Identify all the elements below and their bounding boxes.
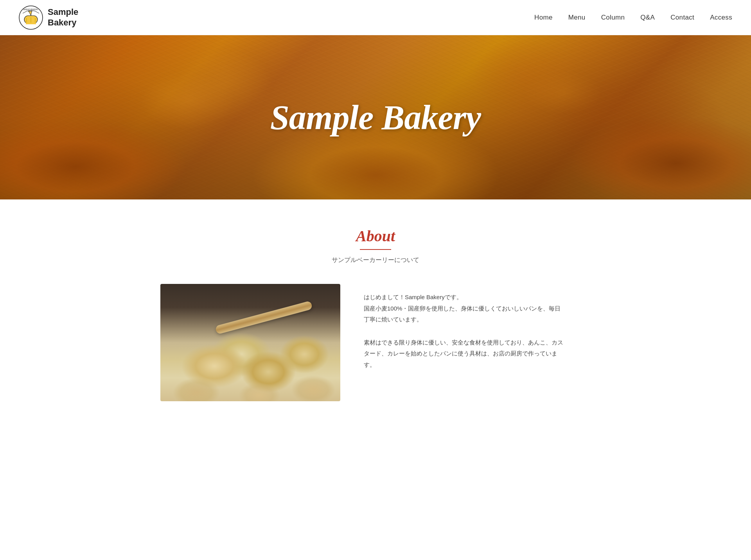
about-section: About サンプルベーカーリーについて はじめまして！Sample Baker… <box>0 199 751 433</box>
about-heading-underline <box>360 249 391 250</box>
logo-line1: Sample <box>48 7 78 17</box>
about-content: はじめまして！Sample Bakeryです。国産小麦100%・国産卵を使用した… <box>160 284 591 401</box>
svg-text:BREAD BAKERY: BREAD BAKERY <box>23 8 39 11</box>
about-image-container <box>160 284 340 401</box>
nav-home[interactable]: Home <box>534 14 553 22</box>
logo-icon: BREAD BAKERY <box>19 5 43 30</box>
about-subtitle: サンプルベーカーリーについて <box>332 256 419 264</box>
site-header: BREAD BAKERY Sample Bakery Home Menu Col… <box>0 0 751 35</box>
about-paragraph-1: はじめまして！Sample Bakeryです。国産小麦100%・国産卵を使用した… <box>364 292 591 325</box>
nav-qa[interactable]: Q&A <box>640 14 655 22</box>
nav-access[interactable]: Access <box>710 14 732 22</box>
main-nav: Home Menu Column Q&A Contact Access <box>534 14 732 22</box>
about-paragraph-2: 素材はできる限り身体に優しい、安全な食材を使用しており、あんこ、カスタード、カレ… <box>364 337 591 371</box>
nav-contact[interactable]: Contact <box>670 14 694 22</box>
nav-menu[interactable]: Menu <box>568 14 586 22</box>
logo-link[interactable]: BREAD BAKERY Sample Bakery <box>19 5 78 30</box>
hero-section: Sample Bakery <box>0 35 751 199</box>
about-heading: About <box>356 227 395 245</box>
about-text-block: はじめまして！Sample Bakeryです。国産小麦100%・国産卵を使用した… <box>364 284 591 370</box>
nav-column[interactable]: Column <box>601 14 625 22</box>
about-image-bg <box>160 284 340 401</box>
logo-line2: Bakery <box>48 18 78 28</box>
about-image <box>160 284 340 401</box>
hero-title: Sample Bakery <box>270 98 481 137</box>
